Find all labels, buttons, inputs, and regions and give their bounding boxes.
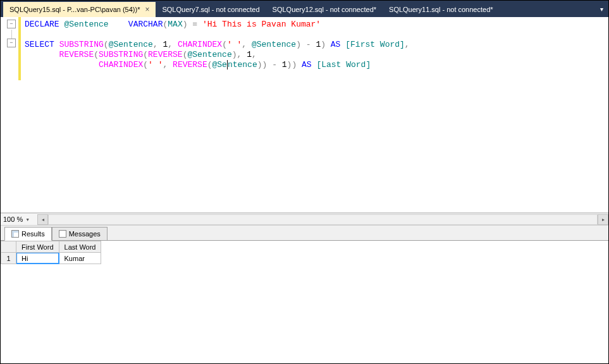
tab-sqlquery7[interactable]: SQLQuery7.sql - not connected (156, 2, 266, 17)
tab-sqlquery11[interactable]: SQLQuery11.sql - not connected* (383, 2, 499, 17)
tab-messages-label: Messages (69, 230, 101, 238)
fold-toggle-icon[interactable]: − (7, 39, 16, 47)
table-row[interactable]: 1 Hi Kumar (1, 253, 101, 264)
horizontal-scrollbar[interactable]: ◂ ▸ (37, 214, 608, 225)
cell[interactable]: Hi (16, 253, 59, 264)
results-panel-tabs: Results Messages (1, 226, 608, 241)
code-area[interactable]: DECLARE @Sentence VARCHAR(MAX) = 'Hi Thi… (21, 17, 608, 212)
tab-label: SQLQuery15.sql - P...van-PC\pavan (54))* (9, 6, 140, 13)
tab-messages[interactable]: Messages (52, 227, 108, 241)
zoom-value: 100 % (3, 215, 23, 223)
scroll-left-icon[interactable]: ◂ (37, 214, 48, 225)
chevron-down-icon: ▼ (25, 217, 30, 222)
column-header[interactable]: Last Word (59, 241, 101, 253)
tab-label: SQLQuery12.sql - not connected* (273, 6, 376, 13)
tab-sqlquery15[interactable]: SQLQuery15.sql - P...van-PC\pavan (54))*… (3, 2, 156, 17)
tab-sqlquery12[interactable]: SQLQuery12.sql - not connected* (266, 2, 383, 17)
sql-editor[interactable]: − − DECLARE @Sentence VARCHAR(MAX) = 'Hi… (1, 17, 608, 213)
scroll-right-icon[interactable]: ▸ (598, 214, 608, 225)
tab-results[interactable]: Results (4, 227, 52, 241)
editor-status-bar: 100 % ▼ ◂ ▸ (1, 213, 608, 226)
messages-icon (59, 230, 66, 238)
document-tabs: SQLQuery15.sql - P...van-PC\pavan (54))*… (1, 1, 608, 17)
scrollbar-track[interactable] (48, 214, 598, 225)
grid-icon (11, 230, 19, 238)
tab-label: SQLQuery7.sql - not connected (162, 6, 259, 13)
column-header[interactable]: First Word (16, 241, 59, 253)
zoom-dropdown[interactable]: 100 % ▼ (3, 215, 30, 223)
fold-toggle-icon[interactable]: − (7, 20, 16, 28)
corner-cell[interactable] (1, 241, 16, 253)
close-icon[interactable]: × (145, 5, 149, 14)
results-grid[interactable]: First Word Last Word 1 Hi Kumar (1, 241, 101, 264)
tab-label: SQLQuery11.sql - not connected* (389, 6, 493, 13)
row-number[interactable]: 1 (1, 253, 16, 264)
tab-overflow-button[interactable]: ▾ (595, 6, 608, 13)
tab-results-label: Results (22, 230, 45, 238)
results-pane[interactable]: First Word Last Word 1 Hi Kumar (1, 241, 608, 363)
editor-gutter: − − (1, 17, 18, 212)
header-row: First Word Last Word (1, 241, 101, 253)
cell[interactable]: Kumar (59, 253, 101, 264)
